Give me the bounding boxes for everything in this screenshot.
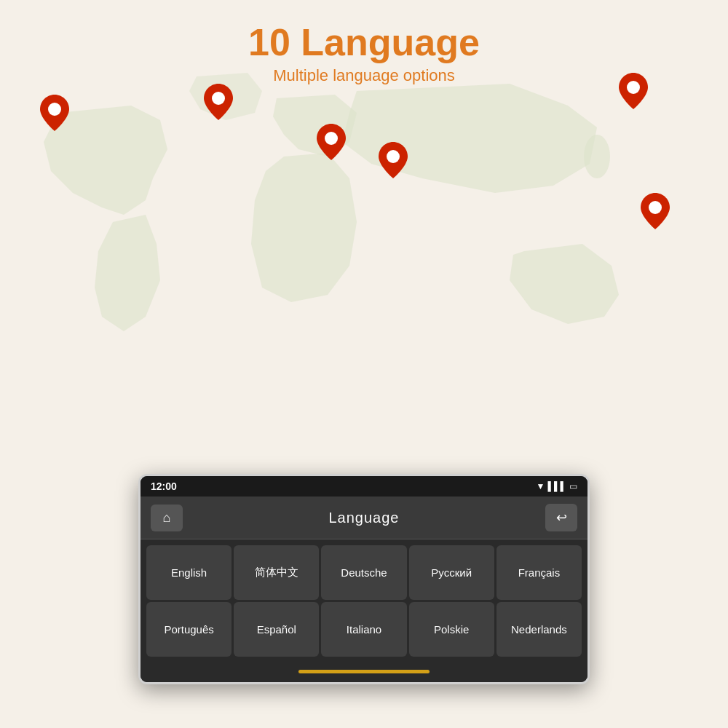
status-time: 12:00: [151, 480, 177, 492]
svg-point-0: [584, 135, 610, 178]
lang-english[interactable]: English: [146, 545, 232, 600]
battery-icon: ▭: [569, 481, 577, 491]
location-pin-3: [317, 124, 346, 160]
lang-simplified-chinese[interactable]: 简体中文: [234, 545, 319, 600]
nav-title: Language: [190, 510, 538, 526]
location-pin-1: [40, 95, 69, 131]
device-frame: 12:00 ▼ ▌▌▌ ▭ ⌂ Language ↩ English 简体中文 …: [138, 474, 590, 684]
bottom-bar: [141, 662, 587, 682]
lang-italian[interactable]: Italiano: [321, 602, 406, 657]
lang-french[interactable]: Français: [496, 545, 582, 600]
signal-icon: ▌▌▌: [547, 481, 566, 491]
lang-german[interactable]: Deutsche: [321, 545, 406, 600]
lang-spanish[interactable]: Español: [234, 602, 319, 657]
language-grid: English 简体中文 Deutsche Русский Français P…: [141, 539, 587, 662]
svg-point-6: [649, 201, 662, 214]
location-pin-4: [379, 142, 408, 178]
lang-portuguese[interactable]: Português: [146, 602, 232, 657]
yellow-indicator-bar: [298, 670, 430, 673]
wifi-icon: ▼: [537, 481, 545, 491]
back-button[interactable]: ↩: [545, 504, 577, 531]
location-pin-2: [204, 84, 233, 120]
status-icons: ▼ ▌▌▌ ▭: [537, 481, 577, 491]
location-pin-5: [619, 73, 648, 109]
lang-russian[interactable]: Русский: [409, 545, 494, 600]
svg-point-1: [48, 103, 61, 116]
navigation-bar: ⌂ Language ↩: [141, 496, 587, 539]
svg-point-5: [627, 81, 640, 94]
page-title-main: 10 Language: [0, 22, 728, 63]
svg-point-3: [325, 132, 338, 145]
location-pin-6: [641, 193, 670, 229]
home-button[interactable]: ⌂: [151, 505, 183, 531]
svg-point-2: [212, 92, 225, 105]
svg-point-4: [387, 150, 400, 163]
status-bar: 12:00 ▼ ▌▌▌ ▭: [141, 476, 587, 496]
lang-polish[interactable]: Polskie: [409, 602, 494, 657]
lang-dutch[interactable]: Nederlands: [496, 602, 582, 657]
